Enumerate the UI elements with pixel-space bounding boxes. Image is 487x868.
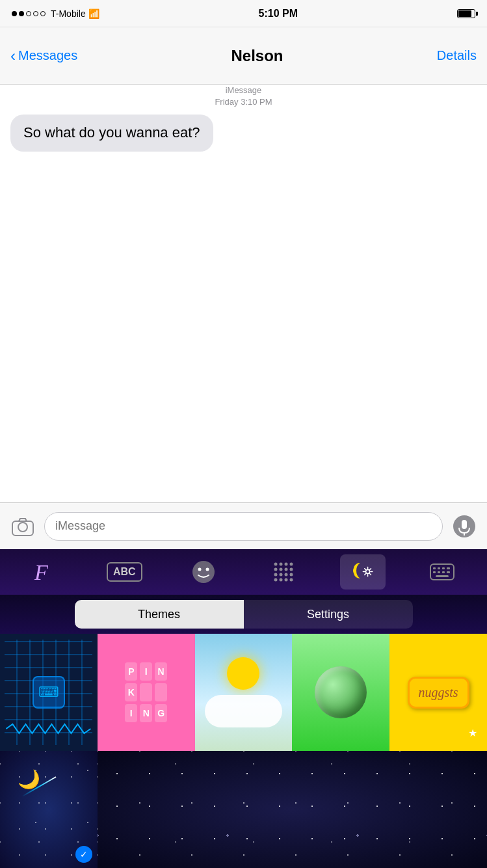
emoji-button[interactable] — [181, 554, 226, 590]
svg-point-20 — [289, 573, 293, 576]
message-input[interactable] — [44, 512, 443, 541]
theme-pink[interactable]: P I N K I N G — [98, 634, 195, 751]
wave-icon — [5, 723, 92, 735]
tab-bar: Themes Settings — [0, 595, 487, 634]
page-title: Nelson — [231, 47, 283, 65]
message-bubble-row: So what do you wanna eat? — [0, 108, 487, 158]
theme-green-inner — [292, 634, 389, 751]
abc-button[interactable]: ABC — [101, 554, 147, 590]
signal-dot-5 — [40, 11, 46, 16]
back-button[interactable]: ‹ Messages — [10, 47, 77, 65]
signal-dot-1 — [12, 11, 17, 16]
dots-icon — [270, 559, 296, 585]
pink-key-p: P — [125, 662, 137, 681]
signal-dot-4 — [33, 11, 38, 16]
svg-text:F: F — [34, 560, 49, 584]
emoji-icon — [191, 559, 217, 585]
tab-settings-label: Settings — [307, 608, 349, 621]
svg-rect-43 — [436, 575, 449, 577]
svg-point-19 — [284, 573, 287, 576]
tab-container: Themes Settings — [75, 600, 413, 629]
svg-point-17 — [274, 573, 277, 576]
font-button[interactable]: F — [22, 554, 68, 590]
theme-night[interactable]: 🌙 ✓ — [0, 751, 98, 868]
svg-point-9 — [274, 563, 277, 566]
svg-rect-40 — [438, 571, 440, 573]
battery-icon — [457, 9, 475, 18]
svg-point-14 — [279, 568, 282, 571]
svg-rect-35 — [433, 567, 436, 569]
tab-settings[interactable]: Settings — [244, 600, 413, 629]
status-left: T-Mobile 📶 — [12, 8, 99, 19]
pink-key-n2: N — [140, 704, 152, 722]
nuggets-star-icon: ★ — [468, 727, 477, 739]
svg-point-12 — [289, 563, 293, 566]
settings-icon — [350, 559, 376, 585]
keyboard-toggle-button[interactable] — [419, 554, 465, 590]
space-stars — [98, 751, 487, 868]
message-area: iMessage Friday 3:10 PM So what do you w… — [0, 85, 487, 502]
svg-point-23 — [284, 578, 287, 582]
imessage-header: iMessage Friday 3:10 PM — [0, 85, 487, 108]
battery-fill — [458, 10, 471, 17]
back-label: Messages — [18, 48, 77, 63]
svg-rect-37 — [442, 567, 445, 569]
mic-icon — [453, 515, 476, 538]
svg-rect-39 — [433, 571, 436, 573]
theme-nuggets-inner: nuggsts ★ — [389, 634, 487, 751]
mic-button[interactable] — [449, 511, 479, 541]
theme-green[interactable] — [292, 634, 389, 751]
svg-point-16 — [289, 568, 293, 571]
svg-point-24 — [289, 578, 293, 582]
svg-point-11 — [284, 563, 287, 566]
tab-themes[interactable]: Themes — [75, 600, 244, 629]
active-checkmark: ✓ — [75, 846, 92, 863]
camera-button[interactable] — [8, 511, 38, 541]
theme-circuit-inner: ⌨ — [0, 634, 98, 751]
settings-button[interactable] — [340, 554, 386, 590]
keyboard-icon — [429, 559, 455, 585]
svg-point-13 — [274, 568, 277, 571]
pink-key-empty1 — [140, 683, 152, 701]
theme-nuggets[interactable]: nuggsts ★ — [389, 634, 487, 751]
svg-point-0 — [18, 522, 27, 532]
message-bubble: So what do you wanna eat? — [10, 115, 213, 152]
svg-point-18 — [279, 573, 282, 576]
circuit-keyboard-icon: ⌨ — [33, 676, 65, 709]
input-bar — [0, 502, 487, 549]
nav-bar: ‹ Messages Nelson Details — [0, 27, 487, 85]
signal-dot-2 — [19, 11, 24, 16]
theme-grid: ⌨ P I N K I N G — [0, 634, 487, 868]
svg-line-32 — [369, 569, 371, 570]
signal-dots — [12, 11, 46, 16]
theme-circuit[interactable]: ⌨ — [0, 634, 98, 751]
svg-point-22 — [279, 578, 282, 582]
theme-space[interactable] — [98, 751, 487, 868]
green-bubble — [315, 666, 367, 718]
status-bar: T-Mobile 📶 5:10 PM — [0, 0, 487, 27]
pink-key-n1: N — [155, 662, 167, 681]
svg-point-10 — [279, 563, 282, 566]
svg-point-15 — [284, 568, 287, 571]
font-icon: F — [32, 559, 58, 585]
dots-button[interactable] — [261, 554, 306, 590]
pink-key-i2: I — [125, 704, 137, 722]
pink-key-i1: I — [140, 662, 152, 681]
sky-sun — [227, 657, 259, 690]
pink-key-g: G — [155, 704, 167, 722]
back-arrow-icon: ‹ — [10, 47, 16, 65]
svg-rect-42 — [447, 571, 450, 573]
tab-themes-label: Themes — [138, 608, 180, 621]
status-time: 5:10 PM — [259, 8, 298, 20]
svg-rect-38 — [447, 567, 450, 569]
svg-point-7 — [198, 568, 202, 571]
svg-rect-3 — [462, 520, 467, 529]
wifi-icon: 📶 — [88, 8, 99, 19]
svg-point-21 — [274, 578, 277, 582]
svg-point-25 — [365, 570, 369, 574]
keyboard-toolbar: F ABC — [0, 549, 487, 595]
details-button[interactable]: Details — [437, 48, 477, 63]
theme-sky[interactable] — [195, 634, 293, 751]
pink-key-empty2 — [155, 683, 167, 701]
svg-point-6 — [192, 561, 215, 583]
